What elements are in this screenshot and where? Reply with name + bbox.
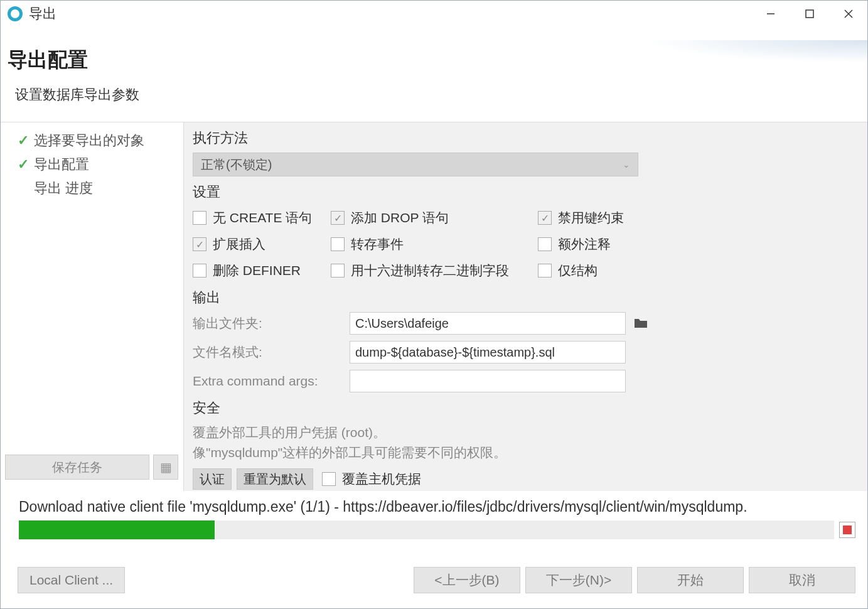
checkbox-box: [331, 237, 345, 251]
check-icon: ✓: [541, 212, 549, 224]
download-progress-fill: [19, 520, 215, 539]
checkbox-box: [538, 237, 552, 251]
save-task-icon-button[interactable]: ▦: [153, 455, 178, 480]
checkbox-box: [193, 211, 206, 225]
start-button[interactable]: 开始: [637, 567, 744, 593]
checkbox-extra-comments[interactable]: 额外注释: [538, 235, 676, 253]
filename-pattern-label: 文件名模式:: [193, 343, 350, 361]
checkbox-add-drop[interactable]: ✓ 添加 DROP 语句: [331, 209, 538, 227]
checkbox-extended-insert[interactable]: ✓ 扩展插入: [193, 235, 331, 253]
checkbox-label: 仅结构: [558, 262, 597, 279]
output-folder-input[interactable]: [350, 312, 626, 335]
auth-button[interactable]: 认证: [193, 468, 232, 490]
filename-pattern-input[interactable]: [350, 341, 626, 364]
header-gradient: [642, 40, 868, 63]
browse-folder-button[interactable]: [630, 312, 652, 335]
close-button[interactable]: [829, 0, 868, 28]
checkbox-remove-definer[interactable]: 删除 DEFINER: [193, 262, 331, 279]
checkbox-box: ✓: [538, 211, 552, 225]
wizard-steps-sidebar: ✓ 选择要导出的对象 ✓ 导出配置 导出 进度 保存任务 ▦: [0, 122, 183, 491]
checkbox-label: 添加 DROP 语句: [351, 209, 449, 227]
wizard-step-select-objects[interactable]: ✓ 选择要导出的对象: [5, 129, 178, 153]
checkbox-box: [331, 264, 345, 278]
minimize-button[interactable]: [751, 0, 790, 28]
next-button[interactable]: 下一步(N)>: [525, 567, 632, 593]
page-subtitle: 设置数据库导出参数: [15, 85, 860, 104]
folder-icon: [634, 318, 648, 329]
window-title: 导出: [29, 4, 56, 23]
check-icon: ✓: [18, 132, 34, 149]
local-client-button[interactable]: Local Client ...: [18, 567, 125, 593]
checkbox-override-host[interactable]: 覆盖主机凭据: [322, 470, 421, 488]
checkbox-hex-binary[interactable]: 用十六进制转存二进制字段: [331, 262, 538, 279]
checkbox-structure-only[interactable]: 仅结构: [538, 262, 676, 279]
chevron-down-icon: ⌄: [623, 159, 630, 170]
output-folder-row: 输出文件夹:: [193, 312, 859, 335]
checkbox-label: 扩展插入: [213, 235, 265, 253]
checkbox-label: 用十六进制转存二进制字段: [351, 262, 509, 279]
wizard-step-label: 选择要导出的对象: [34, 131, 144, 150]
checkbox-disable-keys[interactable]: ✓ 禁用键约束: [538, 209, 676, 227]
download-progress-label: Download native client file 'mysqldump.e…: [19, 499, 855, 515]
reset-default-button[interactable]: 重置为默认: [237, 468, 313, 490]
checkbox-label: 额外注释: [558, 235, 611, 253]
svg-rect-1: [806, 10, 813, 18]
download-progress-area: Download native client file 'mysqldump.e…: [0, 491, 868, 539]
checkbox-no-create[interactable]: 无 CREATE 语句: [193, 209, 331, 227]
checkbox-label: 转存事件: [351, 235, 404, 253]
exec-method-group: 执行方法 正常(不锁定) ⌄: [193, 129, 859, 176]
wizard-step-export-progress[interactable]: 导出 进度: [5, 176, 178, 200]
save-task-label: 保存任务: [52, 459, 102, 476]
stop-icon: [843, 525, 852, 534]
body: ✓ 选择要导出的对象 ✓ 导出配置 导出 进度 保存任务 ▦ 执行方法 正常(不…: [0, 122, 868, 491]
maximize-button[interactable]: [790, 0, 829, 28]
back-button[interactable]: <上一步(B): [414, 567, 520, 593]
checkbox-label: 禁用键约束: [558, 209, 624, 227]
check-icon: ✓: [334, 212, 342, 224]
security-group: 安全 覆盖外部工具的用户凭据 (root)。 像"mysqldump"这样的外部…: [193, 399, 859, 490]
checkbox-box: [193, 264, 206, 278]
check-icon: ✓: [18, 156, 34, 173]
checkbox-label: 无 CREATE 语句: [213, 209, 312, 227]
checkbox-box: ✓: [193, 237, 206, 251]
check-icon: ✓: [196, 239, 204, 251]
save-icon: ▦: [160, 460, 172, 475]
output-group: 输出 输出文件夹: 文件名模式: Extra command args:: [193, 288, 859, 392]
settings-group: 设置 无 CREATE 语句 ✓ 添加 DROP 语句 ✓ 禁用键约束 ✓ 扩展…: [193, 183, 859, 282]
config-panel: 执行方法 正常(不锁定) ⌄ 设置 无 CREATE 语句 ✓ 添加 DROP …: [183, 122, 868, 491]
security-description: 覆盖外部工具的用户凭据 (root)。 像"mysqldump"这样的外部工具可…: [193, 423, 859, 462]
output-folder-label: 输出文件夹:: [193, 315, 350, 332]
checkbox-box: [538, 264, 552, 278]
checkbox-label: 删除 DEFINER: [213, 262, 301, 279]
download-progress-bar: [19, 520, 834, 539]
sidebar-bottom: 保存任务 ▦: [5, 450, 178, 485]
extra-args-label: Extra command args:: [193, 374, 350, 389]
save-task-button[interactable]: 保存任务: [5, 455, 149, 480]
extra-args-row: Extra command args:: [193, 370, 859, 392]
checkbox-box: ✓: [331, 211, 345, 225]
extra-args-input[interactable]: [350, 370, 626, 392]
wizard-step-label: 导出配置: [34, 155, 89, 174]
checkbox-dump-events[interactable]: 转存事件: [331, 235, 538, 253]
settings-title: 设置: [193, 183, 859, 202]
header: 导出配置 设置数据库导出参数: [0, 28, 868, 122]
checkbox-box: [322, 472, 336, 486]
output-title: 输出: [193, 288, 859, 307]
download-progress-row: [19, 520, 855, 539]
wizard-step-export-config[interactable]: ✓ 导出配置: [5, 153, 178, 176]
exec-method-title: 执行方法: [193, 129, 859, 148]
exec-method-select[interactable]: 正常(不锁定) ⌄: [193, 153, 638, 176]
exec-method-value: 正常(不锁定): [201, 156, 272, 173]
titlebar: 导出: [0, 0, 868, 28]
app-icon: [8, 6, 23, 21]
wizard-step-label: 导出 进度: [34, 179, 93, 198]
security-actions: 认证 重置为默认 覆盖主机凭据: [193, 468, 859, 490]
cancel-button[interactable]: 取消: [749, 567, 855, 593]
settings-checkbox-grid: 无 CREATE 语句 ✓ 添加 DROP 语句 ✓ 禁用键约束 ✓ 扩展插入 …: [193, 207, 859, 282]
footer: Local Client ... <上一步(B) 下一步(N)> 开始 取消: [0, 567, 868, 593]
stop-download-button[interactable]: [839, 522, 855, 538]
checkbox-label: 覆盖主机凭据: [342, 470, 421, 488]
security-title: 安全: [193, 399, 859, 418]
filename-pattern-row: 文件名模式:: [193, 341, 859, 364]
